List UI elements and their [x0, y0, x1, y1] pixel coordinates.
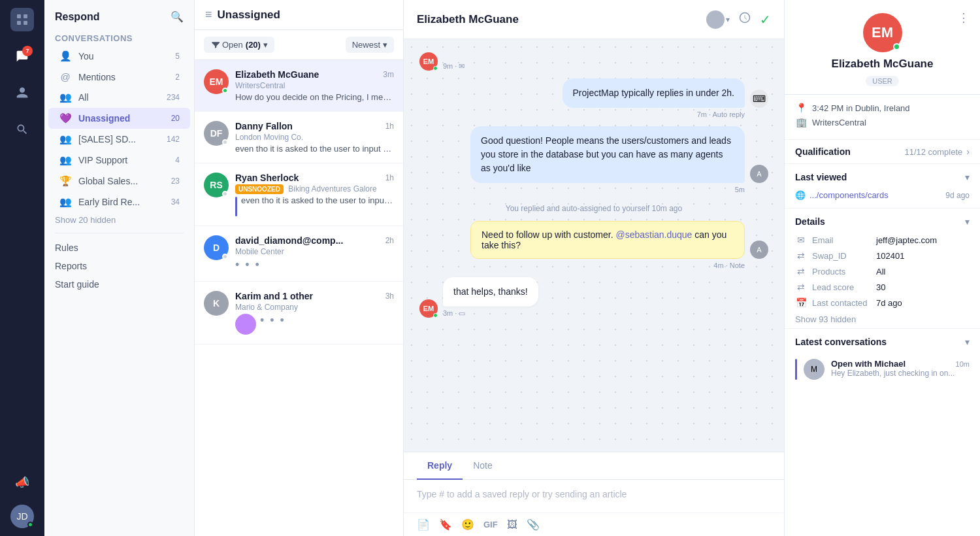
global-icon: 🏆 — [59, 175, 72, 187]
rp-last-viewed-header[interactable]: Last viewed ▾ — [785, 164, 980, 188]
conv-sub-rs: UNSNOOZED Biking Adventures Galore — [235, 184, 394, 193]
assignee-chevron-icon[interactable]: ▾ — [726, 15, 730, 24]
rp-detail-value-leadscore: 30 — [876, 282, 885, 292]
sidebar-item-sales[interactable]: 👥 [SALES] SD... 142 — [48, 129, 190, 150]
sidebar-item-label-sales: [SALES] SD... — [78, 134, 160, 144]
sidebar-link-startguide[interactable]: Start guide — [44, 275, 194, 293]
rp-contact-info: 📍 3:42 PM in Dublin, Ireland 🏢 WritersCe… — [785, 95, 980, 140]
msg-bubble-autoreply: ProjectMap typically replies in under 2h… — [563, 78, 745, 108]
sidebar-item-unassigned[interactable]: 💜 Unassigned 20 — [48, 108, 190, 129]
sidebar-item-you[interactable]: 👤 You 5 — [48, 46, 190, 67]
sidebar-divider — [55, 233, 184, 233]
reply-tool-image[interactable]: 🖼 — [507, 519, 517, 531]
msg-system-event: You replied and auto-assigned to yoursel… — [419, 204, 768, 213]
nav-conversations[interactable]: 7 — [10, 44, 34, 68]
conv-offline-dot-df — [222, 139, 228, 145]
sidebar-search-icon[interactable]: 🔍 — [171, 10, 184, 23]
sidebar-item-all[interactable]: 👥 All 234 — [48, 87, 190, 108]
lastcontacted-icon: 📅 — [795, 297, 807, 308]
right-panel: ⋮ EM Elizabeth McGuane USER 📍 3:42 PM in… — [784, 0, 980, 536]
reply-tab-reply[interactable]: Reply — [417, 452, 463, 480]
email-icon: ✉ — [795, 235, 807, 245]
reply-tool-gif[interactable]: GIF — [483, 520, 498, 529]
conv-item-em[interactable]: EM Elizabeth McGuane 3m WritersCentral H… — [195, 60, 403, 112]
sidebar-item-vip[interactable]: 👥 VIP Support 4 — [48, 150, 190, 171]
conv-item-rs[interactable]: RS Ryan Sherlock 1h UNSNOOZED Biking Adv… — [195, 163, 403, 226]
conv-preview-area-ko: • • • — [235, 314, 394, 335]
nav-badge: 7 — [22, 46, 33, 56]
filter-status-label: Open — [222, 40, 243, 50]
sidebar: Respond 🔍 Conversations 👤 You 5 @ Mentio… — [44, 0, 195, 536]
conv-body-rs: Ryan Sherlock 1h UNSNOOZED Biking Advent… — [235, 173, 394, 216]
rp-details-header[interactable]: Details ▾ — [785, 209, 980, 232]
conv-avatar-dd: D — [204, 235, 229, 260]
reply-tool-doc[interactable]: 📄 — [417, 518, 430, 531]
conv-avatar-ko: K — [204, 291, 229, 316]
sidebar-link-reports[interactable]: Reports — [44, 257, 194, 275]
sidebar-link-rules[interactable]: Rules — [44, 239, 194, 257]
msg-row-autoreply: ProjectMap typically replies in under 2h… — [563, 78, 768, 108]
rp-detail-label-lastcontacted: Last contacted — [812, 298, 871, 308]
globe-icon: 🌐 — [795, 190, 806, 200]
msg-meta-note: 4m · Note — [713, 261, 768, 269]
products-icon: ⇄ — [795, 266, 807, 276]
conv-sub-em: WritersCentral — [235, 81, 394, 90]
conv-body-dd: david_diamond@comp... 2h Mobile Center •… — [235, 235, 394, 272]
rp-show-hidden-link[interactable]: Show 93 hidden — [785, 310, 980, 328]
sidebar-item-mentions[interactable]: @ Mentions 2 — [48, 67, 190, 87]
latest-conv-item-1[interactable]: M Open with Michael 10m Hey Elizabeth, j… — [785, 352, 980, 386]
conv-item-df[interactable]: DF Danny Fallon 1h London Moving Co. eve… — [195, 112, 403, 163]
reply-tool-emoji[interactable]: 🙂 — [461, 518, 474, 531]
resolve-icon[interactable]: ✓ — [760, 12, 771, 27]
msg-avatar-agent: A — [750, 165, 768, 183]
reply-input-area[interactable]: Type # to add a saved reply or try sendi… — [404, 480, 784, 512]
sidebar-item-count-vip: 4 — [175, 156, 180, 165]
conv-name-em: Elizabeth McGuane — [235, 69, 319, 80]
app-logo[interactable] — [10, 8, 34, 31]
msg-bubble-sent: Good question! People means the users/cu… — [470, 126, 745, 183]
nav-search[interactable] — [10, 118, 34, 141]
nav-user-avatar[interactable]: JD — [10, 505, 34, 528]
chat-header: Elizabeth McGuane ▾ ✓ — [404, 0, 784, 39]
typing-dots-ko: • • • — [260, 314, 286, 327]
msg-avatar-system: ⌨ — [750, 90, 768, 108]
filter-sort-button[interactable]: Newest ▾ — [346, 37, 394, 53]
filter-chevron-icon: ▾ — [263, 40, 268, 50]
rp-more-icon[interactable]: ⋮ — [958, 10, 970, 25]
reply-tool-attach[interactable]: 📎 — [527, 518, 540, 531]
rp-latest-conv-header[interactable]: Latest conversations ▾ — [785, 329, 980, 352]
reply-tool-bookmark[interactable]: 🔖 — [439, 518, 452, 531]
all-icon: 👥 — [59, 92, 72, 103]
assignee-avatar-group[interactable]: ▾ — [706, 10, 730, 29]
rp-qualification[interactable]: Qualification 11/12 complete › — [785, 140, 980, 163]
msg-meta-last: 3m · ▭ — [443, 309, 538, 318]
conv-list-menu-icon[interactable]: ≡ — [205, 8, 212, 22]
conv-preview-em: How do you decide on the Pricing, I mean… — [235, 92, 394, 102]
quoted-bar-rs — [235, 197, 237, 216]
conv-item-ko[interactable]: K Karim and 1 other 3h Mario & Company •… — [195, 282, 403, 344]
sidebar-item-earlybird[interactable]: 👥 Early Bird Re... 34 — [48, 192, 190, 212]
nav-megaphone[interactable]: 📣 — [10, 471, 34, 494]
svg-rect-2 — [17, 21, 21, 25]
conv-time-rs: 1h — [385, 173, 394, 182]
rp-location-row: 📍 3:42 PM in Dublin, Ireland — [795, 103, 970, 113]
msg-row-1: EM 9m · ✉ — [419, 52, 768, 71]
sidebar-item-global[interactable]: 🏆 Global Sales... 23 — [48, 171, 190, 192]
msg-sent-group: Good question! People means the users/cu… — [419, 126, 768, 193]
snooze-icon[interactable] — [739, 12, 751, 27]
nav-avatar-initials: JD — [16, 511, 27, 522]
conv-item-dd[interactable]: D david_diamond@comp... 2h Mobile Center… — [195, 226, 403, 282]
filter-status-button[interactable]: Open (20) ▾ — [204, 37, 274, 53]
rp-last-viewed-row: 🌐 .../components/cards 9d ago — [785, 188, 980, 203]
em-online-dot-last — [433, 313, 438, 318]
typing-dots-dd: • • • — [235, 258, 394, 272]
sidebar-item-count-earlybird: 34 — [171, 197, 180, 207]
nav-contacts[interactable] — [10, 81, 34, 105]
reply-tab-note[interactable]: Note — [463, 452, 503, 480]
note-text-before: Need to follow up with customer. — [482, 229, 615, 240]
left-navigation: 7 📣 JD — [0, 0, 44, 536]
rp-name: Elizabeth McGuane — [832, 58, 934, 71]
show-hidden-link[interactable]: Show 20 hidden — [44, 212, 194, 227]
rp-detail-value-email: jeff@japtec.com — [876, 235, 937, 245]
rp-latest-conv-title: Latest conversations — [795, 337, 887, 347]
